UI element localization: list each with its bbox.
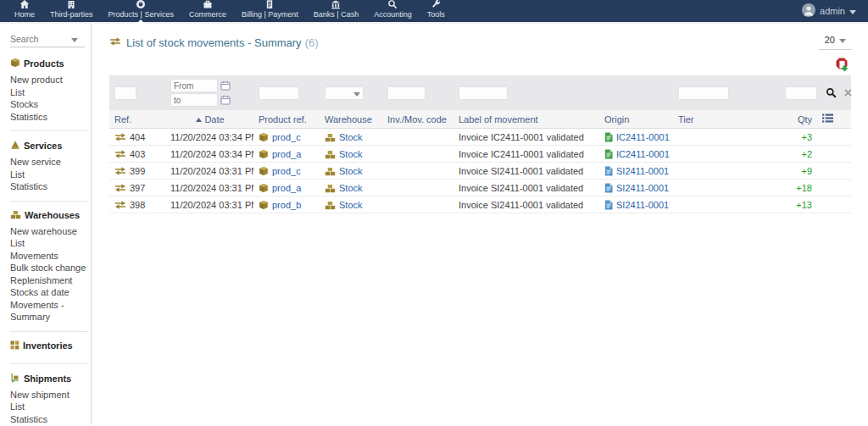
nav-item-tools[interactable]: Tools [420,0,453,22]
sidebar-item-new-service[interactable]: New service [10,156,88,169]
cell-origin: IC2411-0001 [599,146,673,163]
filter-cell-tier [673,75,780,110]
origin-link[interactable]: SI2411-0001 [616,166,669,176]
user-menu[interactable]: admin [802,0,868,22]
close-icon[interactable] [844,89,852,97]
column-header-origin[interactable]: Origin [599,110,673,129]
sidebar-section-title-warehouses[interactable]: Warehouses [10,210,88,221]
nav-item-third-parties[interactable]: Third-parties [42,0,101,22]
filter-product-ref-input[interactable] [259,86,299,100]
column-header-date[interactable]: Date [165,110,253,129]
sidebar-item-new-warehouse[interactable]: New warehouse [10,225,88,238]
filter-label-input[interactable] [459,86,508,100]
sidebar-section-title-products[interactable]: Products [10,58,88,69]
warehouse-link[interactable]: Stock [339,132,363,142]
sidebar-item-list[interactable]: List [10,237,88,250]
chevron-down-icon[interactable] [71,34,78,44]
filter-date-to-input[interactable] [170,93,218,107]
column-header-label[interactable]: Label of movement [453,110,599,129]
nav-item-commerce[interactable]: Commerce [181,0,234,22]
filter-qty-input[interactable] [785,86,817,100]
search-icon[interactable] [826,87,837,98]
sidebar-item-bulk-stock-change[interactable]: Bulk stock change [10,262,88,274]
nav-item-products-services[interactable]: Products | Services [101,0,181,22]
sidebar-item-list[interactable]: List [10,401,88,413]
columns-icon[interactable] [822,114,833,124]
search-input[interactable] [10,34,71,44]
column-header-inv-mov-code[interactable]: Inv./Mov. code [382,110,453,129]
origin-link[interactable]: IC2411-0001 [616,132,670,142]
cell-product-ref: prod_c [253,129,320,146]
filter-warehouse-select[interactable] [325,86,364,100]
sidebar-item-stocks[interactable]: Stocks [10,98,88,111]
movement-ref-link[interactable]: 399 [130,166,145,176]
filter-cell-qty [780,75,817,110]
product-link[interactable]: prod_c [272,166,301,176]
product-link[interactable]: prod_a [272,149,301,159]
export-icon[interactable] [835,58,849,73]
service-icon [10,140,20,152]
nav-item-label: Billing | Payment [242,10,298,19]
origin-link[interactable]: IC2411-0001 [616,149,670,159]
page-size-value: 20 [825,35,835,45]
sidebar-item-statistics[interactable]: Statistics [10,413,88,426]
cell-warehouse: Stock [320,129,382,146]
filter-tier-input[interactable] [678,86,729,100]
cell-qty: +3 [780,129,817,146]
warehouse-link[interactable]: Stock [339,166,363,176]
sidebar-item-list[interactable]: List [10,169,88,181]
column-select-button[interactable] [817,110,851,129]
movement-ref-link[interactable]: 397 [130,183,145,193]
filter-date-from-input[interactable] [170,79,218,92]
movement-ref-link[interactable]: 398 [130,200,145,210]
calendar-icon[interactable] [220,95,231,105]
caret-gray-icon [353,88,360,98]
column-header-warehouse[interactable]: Warehouse [320,110,382,129]
warehouse-link[interactable]: Stock [339,183,363,193]
origin-link[interactable]: SI2411-0001 [616,183,669,193]
sidebar-item-movements-summary[interactable]: Movements - Summary [10,299,88,324]
product-link[interactable]: prod_b [272,200,301,210]
sidebar-item-list[interactable]: List [10,86,88,99]
product-link[interactable]: prod_a [272,183,301,193]
warehouse-link[interactable]: Stock [339,149,363,159]
sidebar-item-replenishment[interactable]: Replenishment [10,274,88,287]
nav-item-home[interactable]: Home [7,0,42,22]
cell-origin: IC2411-0001 [599,129,673,146]
sidebar-item-movements[interactable]: Movements [10,250,88,263]
table-header-row: Ref.DateProduct ref.WarehouseInv./Mov. c… [109,110,851,129]
column-header-ref[interactable]: Ref. [109,110,165,129]
origin-link[interactable]: SI2411-0001 [616,200,669,210]
sidebar-item-new-product[interactable]: New product [10,74,88,86]
movement-ref-link[interactable]: 403 [130,149,145,159]
cell-actions [817,180,851,196]
calendar-icon[interactable] [220,80,231,91]
sidebar-section-products: ProductsNew productListStocksStatistics [10,49,88,131]
column-header-product-ref[interactable]: Product ref. [253,110,320,129]
page-size-select[interactable]: 20 [819,35,852,50]
sidebar-item-statistics[interactable]: Statistics [10,180,88,193]
filter-inv-mov-code-input[interactable] [387,86,426,100]
warehouse-icon [325,150,336,159]
nav-item-accounting[interactable]: Accounting [366,0,420,22]
warehouse-link[interactable]: Stock [339,200,363,210]
sidebar-item-statistics[interactable]: Statistics [10,111,88,124]
column-header-tier[interactable]: Tier [673,110,780,129]
sidebar: ProductsNew productListStocksStatisticsS… [0,24,92,424]
sidebar-section-title-services[interactable]: Services [10,140,88,152]
sidebar-item-stocks-at-date[interactable]: Stocks at date [10,286,88,299]
movement-icon [114,183,126,193]
nav-item-billing-payment[interactable]: Billing | Payment [234,0,306,22]
qty-value: +18 [796,183,812,193]
main-content: List of stock movements - Summary (6) 20… [92,24,868,424]
movement-ref-link[interactable]: 404 [130,132,145,142]
product-link[interactable]: prod_c [272,132,301,142]
sidebar-section-title-inventories[interactable]: Inventories [10,340,88,351]
column-header-qty[interactable]: Qty [780,110,817,129]
filter-cell-ref [109,75,165,110]
cell-inv-mov-code [382,129,453,146]
filter-ref-input[interactable] [114,86,136,100]
nav-item-banks-cash[interactable]: Banks | Cash [306,0,366,22]
sidebar-section-title-shipments[interactable]: Shipments [10,373,88,385]
sidebar-item-new-shipment[interactable]: New shipment [10,389,88,401]
